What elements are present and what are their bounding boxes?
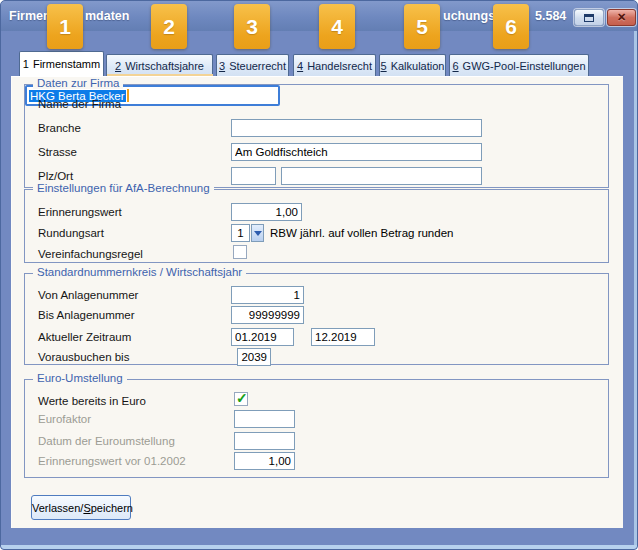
- tab-handelsrecht[interactable]: 4Handelsrecht: [293, 54, 376, 76]
- label-von-anlagenummer: Von Anlagenummer: [38, 286, 138, 304]
- group-legend: Euro-Umstellung: [33, 372, 127, 384]
- annotation-badge-5: 5: [404, 4, 440, 49]
- tab-kalkulation[interactable]: 5Kalkulation: [379, 54, 446, 76]
- label-vereinfachungsregel: Vereinfachungsregel: [38, 245, 143, 263]
- zeitraum-von-input[interactable]: [231, 328, 294, 346]
- label-aktueller-zeitraum: Aktueller Zeitraum: [38, 328, 131, 346]
- content-panel: Daten zur Firma Name der Firma HKG Berta…: [11, 76, 623, 528]
- tab-gwg-pool-einstellungen[interactable]: 6GWG-Pool-Einstellungen: [449, 54, 589, 76]
- title-text-right-a: uchungs: [443, 9, 495, 23]
- ort-input[interactable]: [281, 167, 482, 185]
- label-vorausbuchen-bis: Vorausbuchen bis: [38, 348, 129, 366]
- annotation-badge-1: 1: [47, 4, 83, 49]
- group-legend: Standardnummernkreis / Wirtschaftsjahr: [33, 266, 246, 278]
- annotation-badge-2: 2: [151, 4, 187, 49]
- zeitraum-bis-input[interactable]: [311, 328, 375, 346]
- window-frame-bottom-edge: [1, 545, 637, 549]
- group-legend: Daten zur Firma: [33, 77, 123, 89]
- von-anlagenummer-input[interactable]: [231, 286, 304, 304]
- tab-wirtschaftsjahre[interactable]: 2Wirtschaftsjahre: [106, 54, 213, 76]
- tab-firmenstamm[interactable]: 1Firmenstamm: [19, 51, 104, 76]
- tab-steuerrecht[interactable]: 3Steuerrecht: [216, 54, 289, 76]
- branche-input[interactable]: [231, 119, 482, 137]
- group-afa-berechnung: Einstellungen für AfA-Berechnung Erinner…: [24, 189, 609, 263]
- dropdown-button[interactable]: [251, 224, 264, 242]
- rundungsart-value: 1: [231, 224, 250, 242]
- eurofaktor-input[interactable]: [234, 410, 295, 428]
- rundungsart-description: RBW jährl. auf vollen Betrag runden: [270, 224, 453, 242]
- text-caret: [127, 89, 129, 102]
- group-standardnummernkreis: Standardnummernkreis / Wirtschaftsjahr V…: [24, 273, 609, 365]
- annotation-badge-6: 6: [493, 4, 529, 49]
- close-button[interactable]: ✕: [607, 9, 636, 26]
- datum-euroumstellung-input[interactable]: [234, 432, 295, 450]
- label-rundungsart: Rundungsart: [38, 224, 104, 242]
- annotation-badge-4: 4: [319, 4, 355, 49]
- vereinfachungsregel-checkbox[interactable]: [233, 245, 247, 259]
- title-text-left-b: mdaten: [85, 9, 129, 23]
- close-icon: ✕: [617, 12, 626, 23]
- title-version-text: 5.584: [535, 9, 566, 23]
- label-bis-anlagenummer: Bis Anlagenummer: [38, 306, 135, 324]
- group-daten-zur-firma: Daten zur Firma Name der Firma HKG Berta…: [24, 84, 609, 188]
- label-name-der-firma: Name der Firma: [38, 95, 121, 113]
- title-text-left-a: Firmen: [9, 9, 51, 23]
- label-werte-bereits-in-euro: Werte bereits in Euro: [38, 392, 146, 410]
- verlassen-speichern-button[interactable]: Verlassen/Speichern: [31, 495, 131, 520]
- group-legend: Einstellungen für AfA-Berechnung: [33, 182, 214, 194]
- group-euro-umstellung: Euro-Umstellung Werte bereits in Euro Eu…: [24, 379, 609, 478]
- werte-in-euro-checkbox[interactable]: [234, 392, 248, 406]
- label-datum-euroumstellung: Datum der Euroumstellung: [38, 432, 175, 450]
- erinnerungswert-vor-2002-input[interactable]: [234, 452, 295, 470]
- maximize-icon: [584, 14, 594, 22]
- annotation-badge-3: 3: [234, 4, 270, 49]
- maximize-button[interactable]: [574, 9, 604, 26]
- label-erinnerungswert-vor-2002: Erinnerungswert vor 01.2002: [38, 452, 186, 470]
- strasse-input[interactable]: [231, 143, 482, 161]
- plz-input[interactable]: [231, 167, 276, 185]
- firmenstammdaten-window: Firmen mdaten uchungs 5.584 ✕ 2Wirtschaf…: [0, 0, 638, 550]
- bis-anlagenummer-input[interactable]: [231, 306, 304, 324]
- erinnerungswert-input[interactable]: [231, 203, 302, 221]
- vorausbuchen-bis-input[interactable]: [237, 348, 271, 366]
- label-erinnerungswert: Erinnerungswert: [38, 203, 122, 221]
- window-frame-right-edge: [634, 31, 637, 545]
- rundungsart-dropdown[interactable]: 1: [231, 224, 264, 242]
- tab-hover-highlight: [107, 74, 213, 76]
- label-eurofaktor: Eurofaktor: [38, 410, 91, 428]
- label-branche: Branche: [38, 119, 81, 137]
- label-strasse: Strasse: [38, 143, 77, 161]
- chevron-down-icon: [254, 231, 262, 236]
